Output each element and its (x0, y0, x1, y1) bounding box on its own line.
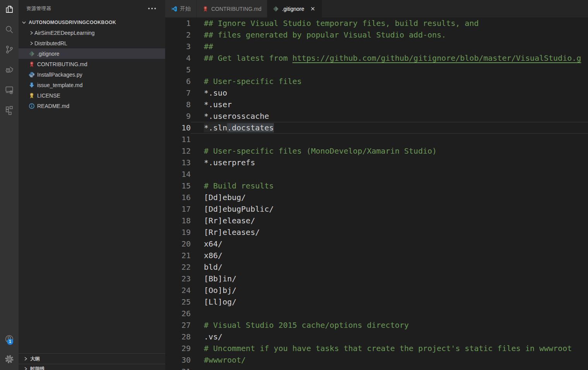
code-line: 18 [Rr]elease/ (165, 215, 588, 226)
link-text[interactable]: https://github.com/github/gitignore/blob… (292, 53, 581, 63)
close-icon[interactable]: ✕ (309, 5, 316, 13)
line-content: .vs/ (191, 331, 588, 343)
activity-source-control-button[interactable] (0, 40, 19, 60)
line-content: *.userosscache (191, 110, 588, 122)
line-number: 9 (165, 110, 191, 122)
line-content: # User-specific files (191, 75, 588, 87)
line-content: # User-specific files (MonoDevelop/Xamar… (191, 145, 588, 157)
line-number: 28 (165, 331, 191, 343)
tree-file-InstallPackages.py[interactable]: InstallPackages.py (19, 69, 165, 80)
arrow-down-icon (28, 82, 35, 88)
search-icon (4, 24, 14, 36)
tree-folder-DistributedRL[interactable]: DistributedRL (19, 38, 165, 48)
line-content: *.userprefs (191, 157, 588, 168)
more-actions-icon[interactable] (147, 6, 157, 11)
code-line: 26 (165, 308, 588, 319)
run-debug-icon (4, 65, 14, 76)
git-diamond-icon (273, 5, 279, 12)
tree-file-LICENSE[interactable]: LICENSE (19, 90, 165, 101)
tree-file-README.md[interactable]: README.md (19, 101, 165, 111)
line-content: ## Get latest from https://github.com/gi… (191, 52, 588, 64)
code-line: 30 #wwwroot/ (165, 354, 588, 366)
line-content (191, 366, 588, 370)
sidebar-section-outline[interactable]: 大纲 (19, 353, 165, 364)
line-number: 2 (165, 29, 191, 41)
line-number: 4 (165, 52, 191, 64)
ribbon-yellow-icon (28, 92, 35, 99)
vscode-icon (171, 5, 177, 12)
activity-search-button[interactable] (0, 20, 19, 40)
git-diamond-icon (28, 50, 35, 57)
line-number: 10 (165, 122, 191, 134)
tree-folder-AirSimE2EDeepLearning[interactable]: AirSimE2EDeepLearning (19, 27, 165, 38)
line-content: [Bb]in/ (191, 273, 588, 284)
line-number: 20 (165, 238, 191, 250)
activity-run-debug-button[interactable] (0, 60, 19, 81)
vscode-window: 1 资源管理器 AUTONOMOUSDRIVINGCOOKBOOK AirSim… (0, 0, 588, 370)
account-icon: 1 (4, 334, 14, 346)
tree-item-label: .gitignore (37, 51, 60, 57)
editor-group: 开始 CONTRIBUTING.md .gitignore ✕ 1 ## Ign… (165, 0, 588, 370)
line-number: 12 (165, 145, 191, 157)
gear-icon (4, 354, 14, 366)
tab-开始[interactable]: 开始 (165, 0, 197, 17)
code-line: 19 [Rr]eleases/ (165, 226, 588, 238)
activity-bar-bottom: 1 (0, 330, 19, 370)
extensions-icon (4, 105, 14, 116)
line-content: bld/ (191, 261, 588, 273)
line-number: 16 (165, 192, 191, 203)
line-number: 22 (165, 261, 191, 273)
line-number: 1 (165, 17, 191, 29)
chevron-down-icon (21, 19, 27, 26)
tree-root-folder[interactable]: AUTONOMOUSDRIVINGCOOKBOOK (19, 17, 165, 27)
explorer-sidebar: 资源管理器 AUTONOMOUSDRIVINGCOOKBOOK AirSimE2… (19, 0, 165, 370)
activity-extensions-button[interactable] (0, 101, 19, 121)
activity-explorer-button[interactable] (0, 0, 19, 20)
sidebar-section-timeline[interactable]: 时间线 (19, 364, 165, 370)
line-content (191, 168, 588, 180)
line-number: 19 (165, 226, 191, 238)
line-number: 7 (165, 87, 191, 99)
line-number: 17 (165, 203, 191, 215)
tab-label: 开始 (180, 5, 191, 12)
activity-account-button[interactable]: 1 (0, 330, 19, 350)
tree-item-label: InstallPackages.py (37, 72, 82, 78)
tab-CONTRIBUTING.md[interactable]: CONTRIBUTING.md (197, 0, 267, 17)
line-number: 18 (165, 215, 191, 226)
line-number: 5 (165, 64, 191, 75)
section-label: 时间线 (30, 366, 45, 370)
code-line: 3 ## (165, 41, 588, 52)
line-content: ## (191, 41, 588, 52)
activity-bar: 1 (0, 0, 19, 370)
explorer-header: 资源管理器 (19, 0, 165, 17)
tab-.gitignore[interactable]: .gitignore ✕ (267, 0, 323, 17)
tree-file-CONTRIBUTING.md[interactable]: CONTRIBUTING.md (19, 59, 165, 69)
line-content: [Rr]eleases/ (191, 226, 588, 238)
line-number: 11 (165, 134, 191, 145)
section-label: 大纲 (30, 356, 40, 362)
code-line: 11 (165, 134, 588, 145)
line-content: ## Ignore Visual Studio temporary files,… (191, 17, 588, 29)
tree-item-label: README.md (37, 103, 69, 109)
line-number: 3 (165, 41, 191, 52)
files-icon (4, 4, 14, 16)
code-line: 15 # Build results (165, 180, 588, 192)
editor[interactable]: 1 ## Ignore Visual Studio temporary file… (165, 17, 588, 370)
ribbon-red-icon (202, 5, 209, 12)
code-line: 21 x86/ (165, 250, 588, 261)
line-number: 15 (165, 180, 191, 192)
line-number: 30 (165, 354, 191, 366)
line-content: *.user (191, 99, 588, 110)
activity-remote-explorer-button[interactable] (0, 81, 19, 101)
line-content: [Rr]elease/ (191, 215, 588, 226)
tree-file-issue_template.md[interactable]: issue_template.md (19, 80, 165, 90)
line-number: 8 (165, 99, 191, 110)
line-content (191, 134, 588, 145)
line-number: 6 (165, 75, 191, 87)
chevron-right-icon (22, 366, 29, 370)
tree-file-.gitignore[interactable]: .gitignore (19, 48, 165, 59)
activity-settings-button[interactable] (0, 350, 19, 370)
file-tree: AUTONOMOUSDRIVINGCOOKBOOK AirSimE2EDeepL… (19, 17, 165, 111)
explorer-title: 资源管理器 (26, 5, 51, 12)
code-line: 17 [Dd]ebugPublic/ (165, 203, 588, 215)
